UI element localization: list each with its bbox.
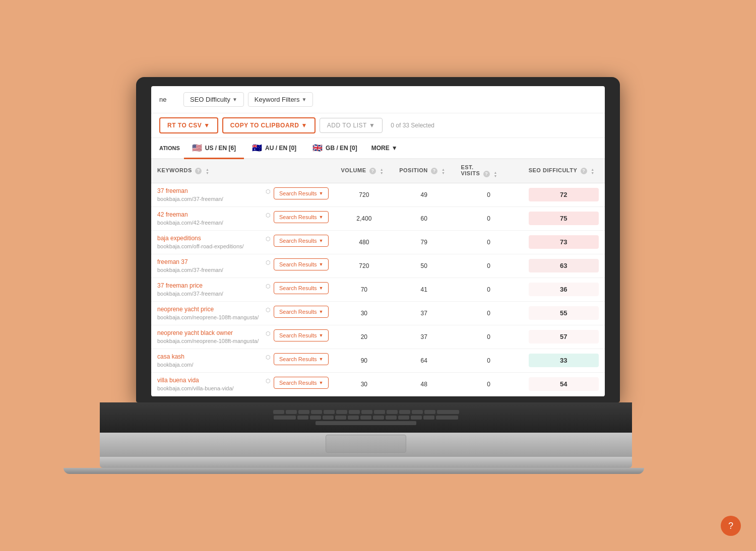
tab-us-en-label: US / EN [6] bbox=[205, 145, 236, 152]
search-results-btn-3[interactable]: Search Results ▼ bbox=[274, 258, 329, 270]
seo-diff-value-7: 33 bbox=[529, 354, 599, 367]
search-results-chevron-icon-1: ▼ bbox=[319, 215, 324, 220]
tab-more-label: MORE bbox=[371, 145, 390, 152]
search-results-chevron-icon-8: ▼ bbox=[319, 380, 324, 385]
key bbox=[361, 410, 372, 414]
est-visits-cell-5: 0 bbox=[455, 301, 522, 325]
tab-au-en[interactable]: 🇦🇺 AU / EN [0] bbox=[244, 138, 304, 159]
volume-cell-1: 2,400 bbox=[335, 206, 393, 230]
keyword-link-5[interactable]: neoprene yacht price bbox=[157, 306, 263, 313]
external-link-icon-7[interactable]: ⬡ bbox=[266, 354, 271, 361]
tab-us-en[interactable]: 🇺🇸 US / EN [6] bbox=[184, 138, 244, 159]
keyword-link-7[interactable]: casa kash bbox=[157, 353, 263, 360]
keyword-filters-dropdown[interactable]: Keyword Filters ▼ bbox=[248, 92, 313, 107]
position-cell-4: 41 bbox=[393, 278, 455, 301]
key bbox=[274, 416, 296, 420]
keyword-cell-6: neoprene yacht black owner bookbaja.com/… bbox=[151, 325, 335, 349]
seo-diff-cell-8: 54 bbox=[523, 372, 605, 396]
keywords-sort-icon[interactable]: ▲▼ bbox=[206, 168, 209, 175]
est-visits-info-icon[interactable]: ? bbox=[483, 171, 490, 177]
search-results-label-0: Search Results bbox=[279, 190, 317, 196]
export-csv-button[interactable]: RT TO CSV ▼ bbox=[159, 117, 218, 133]
add-to-list-button[interactable]: ADD TO LIST ▼ bbox=[320, 118, 383, 133]
table-header-row: KEYWORDS ? ▲▼ VOLUME ? ▲▼ POSITION bbox=[151, 159, 605, 183]
key bbox=[349, 410, 360, 414]
col-header-seo-difficulty: SEO DIFFICULTY ? ▲▼ bbox=[523, 159, 605, 183]
seo-diff-cell-2: 73 bbox=[523, 230, 605, 254]
external-link-icon-3[interactable]: ⬡ bbox=[266, 259, 271, 266]
key bbox=[324, 410, 335, 414]
tab-gb-en[interactable]: 🇬🇧 GB / EN [0] bbox=[304, 138, 365, 159]
position-sort-icon[interactable]: ▲▼ bbox=[442, 168, 445, 175]
key bbox=[374, 410, 385, 414]
key bbox=[411, 416, 422, 420]
laptop-base bbox=[100, 457, 632, 468]
search-results-btn-6[interactable]: Search Results ▼ bbox=[274, 329, 329, 341]
col-header-volume: VOLUME ? ▲▼ bbox=[335, 159, 393, 183]
keyword-cell-2: baja expeditions bookbaja.com/off-road-e… bbox=[151, 230, 335, 254]
external-link-icon-0[interactable]: ⬡ bbox=[266, 188, 271, 195]
table-row: neoprene yacht price bookbaja.com/neopre… bbox=[151, 301, 605, 325]
tab-gb-en-label: GB / EN [0] bbox=[326, 145, 357, 152]
keyword-cell-1: 42 freeman bookbaja.com/42-freeman/ ⬡ Se… bbox=[151, 206, 335, 230]
est-visits-sort-icon[interactable]: ▲▼ bbox=[493, 171, 497, 178]
search-results-btn-0[interactable]: Search Results ▼ bbox=[274, 187, 329, 199]
keywords-info-icon[interactable]: ? bbox=[195, 168, 202, 174]
keyword-link-3[interactable]: freeman 37 bbox=[157, 258, 263, 265]
external-link-icon-2[interactable]: ⬡ bbox=[266, 236, 271, 242]
search-results-btn-8[interactable]: Search Results ▼ bbox=[274, 377, 329, 389]
search-results-btn-5[interactable]: Search Results ▼ bbox=[274, 306, 329, 318]
search-results-chevron-icon-3: ▼ bbox=[319, 262, 324, 267]
keyword-link-0[interactable]: 37 freeman bbox=[157, 187, 263, 194]
seo-diff-info-icon[interactable]: ? bbox=[581, 168, 587, 174]
us-flag-icon: 🇺🇸 bbox=[192, 143, 202, 153]
col-header-position: POSITION ? ▲▼ bbox=[393, 159, 455, 183]
keyword-cell-4: 37 freeman price bookbaja.com/37-freeman… bbox=[151, 278, 335, 301]
search-results-label-1: Search Results bbox=[279, 214, 317, 220]
keyword-url-8: bookbaja.com/villa-buena-vida/ bbox=[157, 385, 234, 391]
seo-diff-sort-icon[interactable]: ▲▼ bbox=[591, 168, 594, 175]
table-row: 37 freeman bookbaja.com/37-freeman/ ⬡ Se… bbox=[151, 183, 605, 206]
search-results-btn-1[interactable]: Search Results ▼ bbox=[274, 211, 329, 223]
seo-difficulty-dropdown[interactable]: SEO Difficulty ▼ bbox=[183, 92, 244, 107]
copy-clipboard-label: COPY TO CLIPBOARD bbox=[230, 122, 299, 129]
position-info-icon[interactable]: ? bbox=[431, 168, 437, 174]
keyword-link-4[interactable]: 37 freeman price bbox=[157, 282, 263, 289]
search-results-btn-2[interactable]: Search Results ▼ bbox=[274, 235, 329, 247]
key bbox=[423, 416, 434, 420]
actions-row: RT TO CSV ▼ COPY TO CLIPBOARD ▼ ADD TO L… bbox=[151, 113, 605, 138]
external-link-icon-4[interactable]: ⬡ bbox=[266, 283, 271, 290]
spacebar-key bbox=[316, 421, 416, 425]
external-link-icon-6[interactable]: ⬡ bbox=[266, 330, 271, 337]
tab-au-en-label: AU / EN [0] bbox=[265, 145, 296, 152]
keyword-link-8[interactable]: villa buena vida bbox=[157, 377, 263, 384]
table-row: freeman 37 bookbaja.com/37-freeman/ ⬡ Se… bbox=[151, 254, 605, 278]
help-button[interactable]: ? bbox=[721, 516, 741, 536]
volume-sort-icon[interactable]: ▲▼ bbox=[380, 168, 384, 175]
search-results-btn-7[interactable]: Search Results ▼ bbox=[274, 353, 329, 365]
keyword-link-1[interactable]: 42 freeman bbox=[157, 211, 263, 218]
search-results-btn-4[interactable]: Search Results ▼ bbox=[274, 282, 329, 294]
key bbox=[273, 410, 284, 414]
external-link-icon-8[interactable]: ⬡ bbox=[266, 378, 271, 384]
external-link-icon-5[interactable]: ⬡ bbox=[266, 307, 271, 313]
screen-bezel: ne SEO Difficulty ▼ Keyword Filters ▼ RT… bbox=[136, 77, 620, 402]
search-results-label-7: Search Results bbox=[279, 356, 317, 362]
keyword-link-2[interactable]: baja expeditions bbox=[157, 235, 263, 242]
position-cell-5: 37 bbox=[393, 301, 455, 325]
tab-more-button[interactable]: MORE ▼ bbox=[365, 140, 404, 157]
keyword-link-6[interactable]: neoprene yacht black owner bbox=[157, 329, 263, 336]
trackpad[interactable] bbox=[326, 435, 406, 453]
toolbar-row: ne SEO Difficulty ▼ Keyword Filters ▼ bbox=[151, 86, 605, 113]
volume-info-icon[interactable]: ? bbox=[369, 168, 376, 174]
copy-clipboard-chevron-icon: ▼ bbox=[301, 122, 307, 129]
search-results-label-4: Search Results bbox=[279, 285, 317, 291]
key bbox=[348, 416, 359, 420]
export-csv-chevron-icon: ▼ bbox=[204, 122, 210, 129]
search-results-label-6: Search Results bbox=[279, 332, 317, 338]
external-link-icon-1[interactable]: ⬡ bbox=[266, 212, 271, 219]
key bbox=[311, 410, 322, 414]
laptop-keyboard bbox=[100, 402, 632, 433]
key bbox=[286, 410, 297, 414]
copy-clipboard-button[interactable]: COPY TO CLIPBOARD ▼ bbox=[222, 117, 316, 133]
